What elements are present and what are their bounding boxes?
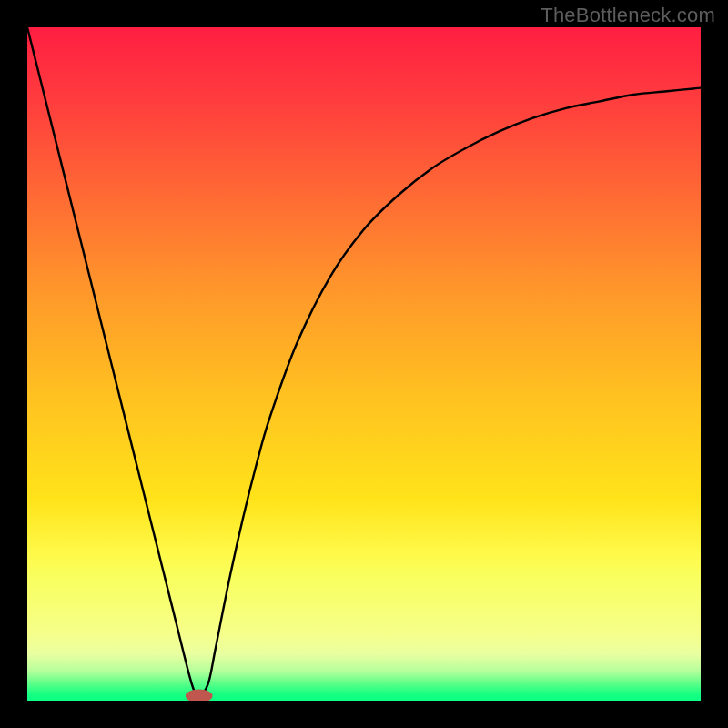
chart-svg xyxy=(27,27,701,701)
watermark-text: TheBottleneck.com xyxy=(541,4,715,27)
gradient-background xyxy=(27,27,701,701)
chart-frame: TheBottleneck.com xyxy=(0,0,728,728)
plot-area xyxy=(27,27,701,701)
